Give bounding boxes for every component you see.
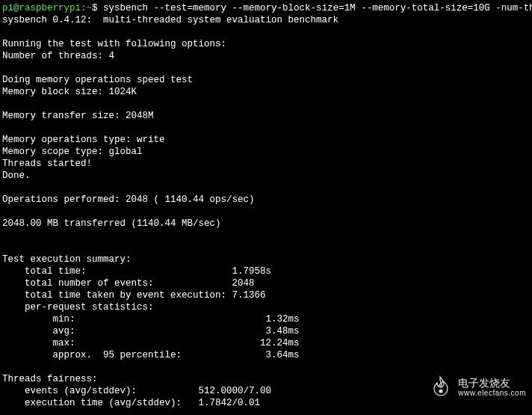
- command-input[interactable]: sysbench --test=memory --memory-block-si…: [103, 3, 532, 13]
- output-threads-started: Threads started!: [2, 158, 530, 170]
- output-ops-type: Memory operations type: write: [2, 134, 530, 146]
- blank: [2, 62, 530, 74]
- output-total-exec-time: total time taken by event execution: 7.1…: [2, 289, 530, 301]
- blank: [2, 206, 530, 218]
- output-total-events: total number of events: 2048: [2, 277, 530, 289]
- prompt-sep1: :: [81, 3, 87, 13]
- output-scope-type: Memory scope type: global: [2, 146, 530, 158]
- blank: [2, 98, 530, 110]
- output-p95: approx. 95 percentile: 3.64ms: [2, 349, 530, 361]
- output-min: min: 1.32ms: [2, 313, 530, 325]
- watermark-en: www.elecfans.com: [458, 388, 526, 399]
- output-ops-performed: Operations performed: 2048 ( 1140.44 ops…: [2, 194, 530, 206]
- blank: [2, 122, 530, 134]
- output-avg: avg: 3.48ms: [2, 325, 530, 337]
- prompt-dollar: $: [92, 3, 103, 13]
- prompt-line-1: pi@raspberrypi:~$ sysbench --test=memory…: [2, 2, 530, 14]
- output-block-size: Memory block size: 1024K: [2, 86, 530, 98]
- flame-icon: [430, 374, 454, 402]
- output-version: sysbench 0.4.12: multi-threaded system e…: [2, 14, 530, 26]
- output-mb-transferred: 2048.00 MB transferred (1140.44 MB/sec): [2, 218, 530, 230]
- output-per-req-header: per-request statistics:: [2, 301, 530, 313]
- blank: [2, 409, 530, 415]
- output-doing: Doing memory operations speed test: [2, 74, 530, 86]
- blank: [2, 361, 530, 373]
- blank: [2, 230, 530, 242]
- blank: [2, 26, 530, 38]
- prompt-user-host: pi@raspberrypi: [2, 3, 81, 13]
- output-transfer-size: Memory transfer size: 2048M: [2, 110, 530, 122]
- output-threads: Number of threads: 4: [2, 50, 530, 62]
- output-total-time: total time: 1.7958s: [2, 265, 530, 277]
- watermark-cn: 电子发烧友: [458, 378, 526, 388]
- output-running: Running the test with following options:: [2, 38, 530, 50]
- svg-point-0: [439, 390, 442, 393]
- watermark: 电子发烧友 www.elecfans.com: [430, 374, 526, 402]
- blank: [2, 242, 530, 253]
- output-max: max: 12.24ms: [2, 337, 530, 349]
- output-summary-header: Test execution summary:: [2, 253, 530, 265]
- output-done: Done.: [2, 170, 530, 182]
- prompt-path: ~: [87, 3, 93, 13]
- watermark-text: 电子发烧友 www.elecfans.com: [458, 378, 526, 399]
- blank: [2, 182, 530, 194]
